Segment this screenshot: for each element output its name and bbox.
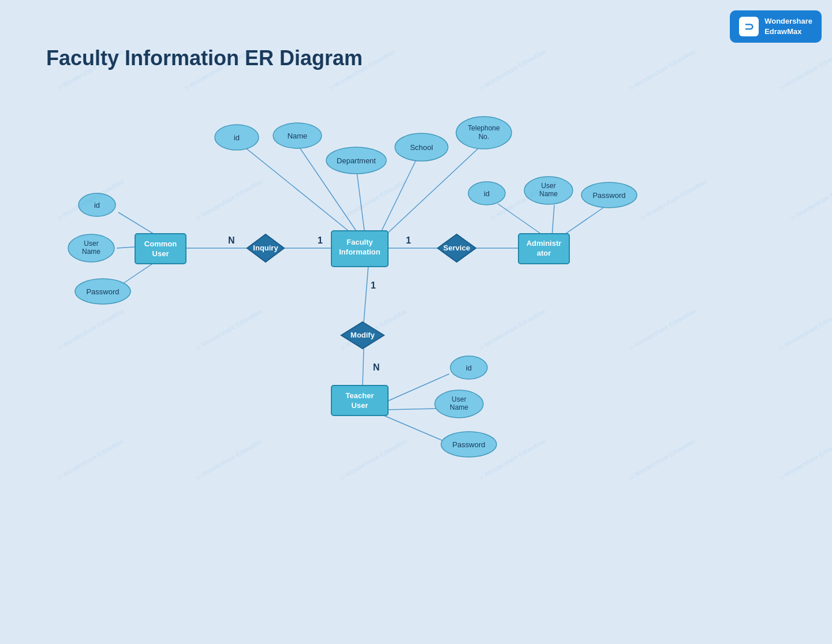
svg-text:Common: Common (144, 239, 177, 248)
svg-text:id: id (234, 133, 240, 142)
svg-text:Name: Name (539, 190, 558, 198)
svg-text:1: 1 (406, 235, 411, 245)
svg-text:User: User (541, 182, 555, 190)
svg-text:Name: Name (288, 132, 308, 140)
svg-text:Faculty: Faculty (346, 238, 373, 246)
svg-text:Modify: Modify (350, 331, 375, 339)
svg-line-10 (363, 349, 364, 385)
svg-text:User: User (352, 401, 368, 410)
svg-text:Inquiry: Inquiry (253, 244, 278, 252)
svg-text:Name: Name (450, 403, 468, 411)
svg-text:id: id (466, 364, 472, 372)
svg-text:N: N (228, 235, 235, 245)
svg-text:1: 1 (371, 280, 376, 290)
svg-rect-28 (135, 234, 186, 264)
svg-text:Telephone: Telephone (468, 124, 500, 132)
svg-line-9 (364, 265, 368, 322)
svg-line-2 (357, 172, 365, 239)
svg-text:Administr: Administr (527, 239, 562, 248)
svg-rect-34 (331, 385, 388, 415)
svg-text:No.: No. (479, 133, 490, 141)
svg-text:id: id (484, 189, 490, 198)
svg-text:Information: Information (339, 248, 380, 256)
svg-text:Password: Password (86, 287, 119, 296)
svg-line-15 (552, 205, 554, 237)
svg-text:User: User (452, 395, 466, 403)
svg-text:id: id (94, 201, 100, 209)
svg-line-18 (386, 409, 438, 410)
svg-text:User: User (84, 239, 98, 248)
svg-text:Teacher: Teacher (346, 391, 374, 400)
logo-badge: ⊃ WondershareEdrawMax (730, 10, 822, 43)
svg-text:N: N (373, 362, 380, 372)
svg-text:Password: Password (592, 191, 625, 200)
svg-text:ator: ator (537, 249, 551, 257)
logo-text: WondershareEdrawMax (764, 16, 812, 37)
svg-line-19 (381, 414, 445, 441)
svg-text:Password: Password (452, 440, 485, 449)
svg-text:Department: Department (337, 156, 376, 165)
svg-text:Service: Service (443, 244, 470, 252)
svg-text:User: User (152, 249, 169, 258)
svg-text:1: 1 (318, 235, 323, 245)
logo-icon: ⊃ (739, 17, 759, 36)
svg-text:Name: Name (82, 248, 100, 256)
svg-text:School: School (410, 143, 433, 152)
diagram-svg: N 1 1 1 N Faculty Information Common Use… (0, 0, 832, 644)
